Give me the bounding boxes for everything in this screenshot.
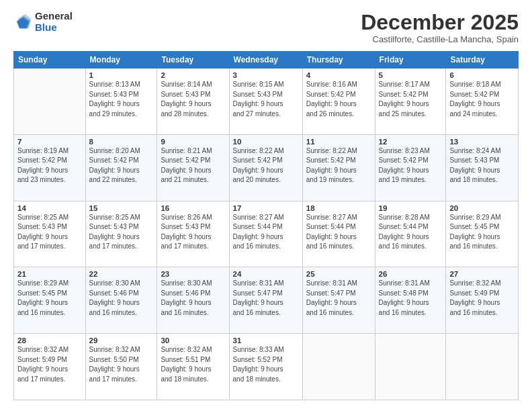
calendar-cell: 10Sunrise: 8:22 AM Sunset: 5:42 PM Dayli…	[229, 134, 302, 201]
day-info: Sunrise: 8:30 AM Sunset: 5:46 PM Dayligh…	[89, 279, 154, 318]
day-info: Sunrise: 8:33 AM Sunset: 5:52 PM Dayligh…	[233, 345, 299, 384]
day-info: Sunrise: 8:29 AM Sunset: 5:45 PM Dayligh…	[449, 213, 515, 252]
header-day: Thursday	[302, 52, 375, 68]
header-day: Monday	[85, 52, 157, 68]
day-info: Sunrise: 8:32 AM Sunset: 5:49 PM Dayligh…	[17, 345, 82, 384]
day-info: Sunrise: 8:29 AM Sunset: 5:45 PM Dayligh…	[17, 279, 82, 318]
calendar-cell: 31Sunrise: 8:33 AM Sunset: 5:52 PM Dayli…	[229, 334, 302, 400]
calendar-cell	[302, 334, 375, 400]
day-number: 29	[89, 336, 154, 345]
day-number: 26	[379, 270, 443, 278]
calendar-cell: 25Sunrise: 8:31 AM Sunset: 5:47 PM Dayli…	[302, 267, 375, 334]
day-info: Sunrise: 8:18 AM Sunset: 5:42 PM Dayligh…	[449, 80, 515, 119]
day-info: Sunrise: 8:20 AM Sunset: 5:42 PM Dayligh…	[89, 146, 154, 185]
day-info: Sunrise: 8:31 AM Sunset: 5:48 PM Dayligh…	[379, 279, 443, 318]
title-block: December 2025 Castilforte, Castille-La M…	[361, 11, 519, 44]
day-number: 20	[449, 204, 515, 212]
day-number: 15	[89, 204, 154, 212]
day-number: 24	[233, 270, 299, 278]
day-info: Sunrise: 8:25 AM Sunset: 5:43 PM Dayligh…	[17, 213, 82, 252]
calendar-cell: 15Sunrise: 8:25 AM Sunset: 5:43 PM Dayli…	[85, 201, 157, 267]
day-info: Sunrise: 8:31 AM Sunset: 5:47 PM Dayligh…	[233, 279, 299, 318]
day-number: 28	[17, 336, 82, 345]
day-number: 10	[233, 138, 299, 146]
calendar-cell: 14Sunrise: 8:25 AM Sunset: 5:43 PM Dayli…	[14, 201, 86, 267]
day-info: Sunrise: 8:14 AM Sunset: 5:43 PM Dayligh…	[161, 80, 225, 119]
calendar-cell: 1Sunrise: 8:13 AM Sunset: 5:43 PM Daylig…	[85, 68, 157, 135]
day-number: 9	[161, 138, 225, 146]
calendar-cell: 22Sunrise: 8:30 AM Sunset: 5:46 PM Dayli…	[85, 267, 157, 334]
subtitle: Castilforte, Castille-La Mancha, Spain	[361, 34, 519, 44]
calendar-cell: 9Sunrise: 8:21 AM Sunset: 5:42 PM Daylig…	[157, 134, 229, 201]
calendar-cell	[14, 68, 86, 135]
calendar-cell: 8Sunrise: 8:20 AM Sunset: 5:42 PM Daylig…	[85, 134, 157, 201]
calendar-cell	[446, 334, 519, 400]
calendar-week: 14Sunrise: 8:25 AM Sunset: 5:43 PM Dayli…	[14, 201, 519, 267]
header: General Blue December 2025 Castilforte, …	[13, 11, 519, 44]
day-info: Sunrise: 8:31 AM Sunset: 5:47 PM Dayligh…	[306, 279, 371, 318]
day-number: 13	[449, 138, 515, 146]
calendar-cell: 19Sunrise: 8:28 AM Sunset: 5:44 PM Dayli…	[375, 201, 446, 267]
calendar-week: 7Sunrise: 8:19 AM Sunset: 5:42 PM Daylig…	[14, 134, 519, 201]
calendar-cell: 12Sunrise: 8:23 AM Sunset: 5:42 PM Dayli…	[375, 134, 446, 201]
header-day: Friday	[375, 52, 446, 68]
day-info: Sunrise: 8:13 AM Sunset: 5:43 PM Dayligh…	[89, 80, 154, 119]
day-number: 19	[379, 204, 443, 212]
header-day: Wednesday	[229, 52, 302, 68]
calendar-week: 28Sunrise: 8:32 AM Sunset: 5:49 PM Dayli…	[14, 334, 519, 400]
month-title: December 2025	[361, 11, 519, 34]
logo-text: General Blue	[35, 11, 73, 33]
day-number: 12	[379, 138, 443, 146]
day-info: Sunrise: 8:24 AM Sunset: 5:43 PM Dayligh…	[449, 146, 515, 185]
calendar-cell: 30Sunrise: 8:32 AM Sunset: 5:51 PM Dayli…	[157, 334, 229, 400]
calendar-cell: 21Sunrise: 8:29 AM Sunset: 5:45 PM Dayli…	[14, 267, 86, 334]
calendar-week: 21Sunrise: 8:29 AM Sunset: 5:45 PM Dayli…	[14, 267, 519, 334]
day-info: Sunrise: 8:32 AM Sunset: 5:49 PM Dayligh…	[449, 279, 515, 318]
day-info: Sunrise: 8:17 AM Sunset: 5:42 PM Dayligh…	[379, 80, 443, 119]
logo-line2: Blue	[35, 21, 57, 33]
calendar-cell: 24Sunrise: 8:31 AM Sunset: 5:47 PM Dayli…	[229, 267, 302, 334]
calendar-cell: 6Sunrise: 8:18 AM Sunset: 5:42 PM Daylig…	[446, 68, 519, 135]
header-day: Sunday	[14, 52, 86, 68]
day-info: Sunrise: 8:22 AM Sunset: 5:42 PM Dayligh…	[306, 146, 371, 185]
day-number: 23	[161, 270, 225, 278]
header-day: Tuesday	[157, 52, 229, 68]
day-info: Sunrise: 8:23 AM Sunset: 5:42 PM Dayligh…	[379, 146, 443, 185]
day-info: Sunrise: 8:15 AM Sunset: 5:43 PM Dayligh…	[233, 80, 299, 119]
day-info: Sunrise: 8:27 AM Sunset: 5:44 PM Dayligh…	[233, 213, 299, 252]
logo: General Blue	[13, 11, 73, 33]
logo-line1: General	[35, 10, 73, 21]
day-number: 1	[89, 71, 154, 79]
day-number: 21	[17, 270, 82, 278]
calendar-cell: 16Sunrise: 8:26 AM Sunset: 5:43 PM Dayli…	[157, 201, 229, 267]
calendar-cell: 23Sunrise: 8:30 AM Sunset: 5:46 PM Dayli…	[157, 267, 229, 334]
calendar-cell: 4Sunrise: 8:16 AM Sunset: 5:42 PM Daylig…	[302, 68, 375, 135]
day-info: Sunrise: 8:32 AM Sunset: 5:51 PM Dayligh…	[161, 345, 225, 384]
day-info: Sunrise: 8:32 AM Sunset: 5:50 PM Dayligh…	[89, 345, 154, 384]
header-day: Saturday	[446, 52, 519, 68]
day-number: 8	[89, 138, 154, 146]
logo-icon	[13, 13, 32, 32]
calendar-cell: 11Sunrise: 8:22 AM Sunset: 5:42 PM Dayli…	[302, 134, 375, 201]
page: General Blue December 2025 Castilforte, …	[0, 0, 532, 411]
day-info: Sunrise: 8:26 AM Sunset: 5:43 PM Dayligh…	[161, 213, 225, 252]
day-info: Sunrise: 8:30 AM Sunset: 5:46 PM Dayligh…	[161, 279, 225, 318]
calendar-cell: 29Sunrise: 8:32 AM Sunset: 5:50 PM Dayli…	[85, 334, 157, 400]
calendar-cell: 3Sunrise: 8:15 AM Sunset: 5:43 PM Daylig…	[229, 68, 302, 135]
day-number: 30	[161, 336, 225, 345]
day-number: 31	[233, 336, 299, 345]
day-number: 22	[89, 270, 154, 278]
day-number: 3	[233, 71, 299, 79]
calendar-cell: 20Sunrise: 8:29 AM Sunset: 5:45 PM Dayli…	[446, 201, 519, 267]
calendar-cell: 18Sunrise: 8:27 AM Sunset: 5:44 PM Dayli…	[302, 201, 375, 267]
calendar-week: 1Sunrise: 8:13 AM Sunset: 5:43 PM Daylig…	[14, 68, 519, 135]
day-number: 14	[17, 204, 82, 212]
header-row: SundayMondayTuesdayWednesdayThursdayFrid…	[14, 52, 519, 68]
day-number: 18	[306, 204, 371, 212]
day-info: Sunrise: 8:21 AM Sunset: 5:42 PM Dayligh…	[161, 146, 225, 185]
calendar-cell	[375, 334, 446, 400]
calendar-cell: 27Sunrise: 8:32 AM Sunset: 5:49 PM Dayli…	[446, 267, 519, 334]
day-info: Sunrise: 8:16 AM Sunset: 5:42 PM Dayligh…	[306, 80, 371, 119]
day-number: 25	[306, 270, 371, 278]
day-number: 6	[449, 71, 515, 79]
